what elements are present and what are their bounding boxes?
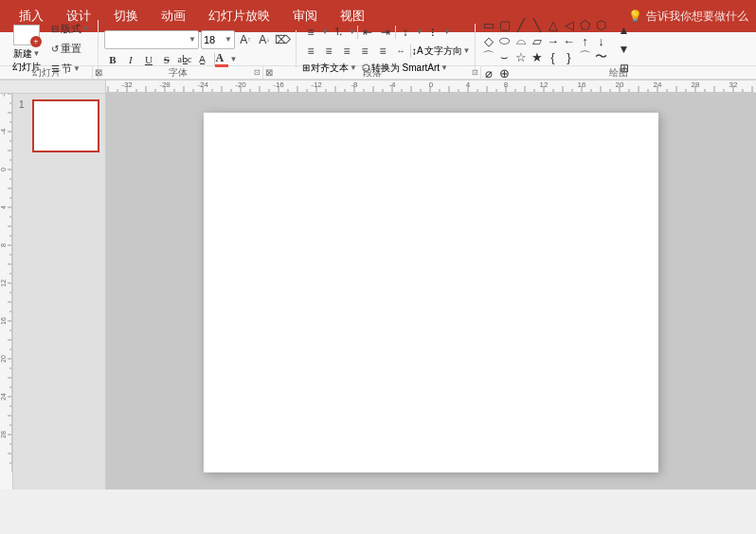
shape-callout1[interactable]: ⌒: [481, 49, 496, 64]
shape-star2[interactable]: ★: [530, 49, 545, 64]
menu-slideshow[interactable]: 幻灯片放映: [197, 0, 281, 32]
main-content: 1: [0, 94, 756, 490]
align-divider: [410, 44, 411, 58]
font-color-arrow: ▼: [229, 55, 237, 63]
shape-ellipse[interactable]: ⬭: [497, 33, 513, 48]
align-left-button[interactable]: ≡: [302, 43, 319, 60]
shape-triangle[interactable]: △: [546, 17, 561, 32]
slide-canvas[interactable]: [204, 113, 658, 472]
font-dialog-icon[interactable]: ⊡: [254, 68, 261, 77]
font-decrease-button[interactable]: A↓: [256, 31, 273, 48]
shape-brace2[interactable]: }: [562, 49, 577, 64]
new-slide-icon: +: [13, 25, 40, 45]
font-color-icon: A: [215, 52, 228, 67]
para-label-row: ⊠ 段落 ⊡: [263, 66, 481, 80]
shape-arrow-l[interactable]: ←: [562, 33, 577, 48]
font-name-combo[interactable]: ▼: [104, 30, 199, 49]
align-buttons-row: ≡ ≡ ≡ ≡ ≡ ↔ ↨A 文字方向 ▼: [302, 43, 471, 60]
ruler-corner: [0, 80, 106, 94]
shape-callout2[interactable]: ⌣: [497, 49, 513, 64]
indent-divider: [395, 26, 396, 39]
shape-rtriangle[interactable]: ◁: [562, 17, 577, 32]
shape-brace1[interactable]: {: [546, 49, 561, 64]
shape-arc[interactable]: ⌒: [578, 49, 593, 64]
reset-icon: ↺: [51, 44, 59, 54]
shape-rounded-rect[interactable]: ▢: [497, 17, 513, 32]
new-slide-label: 新建 ▼: [13, 47, 41, 61]
vertical-ruler: [0, 94, 13, 490]
numbered-arrow: ▼: [349, 27, 356, 36]
shape-wave[interactable]: 〜: [594, 49, 609, 64]
line-spacing-button[interactable]: ↕: [397, 24, 414, 41]
font-combos-row: ▼ 18 ▼ A↑ A↓ ⌦: [104, 30, 292, 49]
font-label-row: ⊠ 字体 ⊡: [93, 66, 263, 80]
spacing-arrow: ▼: [416, 27, 423, 36]
bullet-arrow: ▼: [321, 27, 329, 36]
shapes-scroll-down[interactable]: ▼: [616, 41, 633, 58]
canvas-area[interactable]: [106, 94, 756, 490]
align-center-button[interactable]: ≡: [320, 43, 337, 60]
slide-panel: 1: [13, 94, 106, 490]
drawing-label: 绘图: [481, 66, 756, 80]
font-name-arrow: ▼: [189, 35, 196, 44]
layout-arrow: ▼: [82, 25, 90, 33]
shape-arrow-u[interactable]: ↑: [578, 33, 593, 48]
font-size-value: 18: [204, 34, 224, 45]
clear-format-button[interactable]: ⌦: [275, 31, 292, 48]
list-divider: [357, 26, 358, 39]
font-expand-icon[interactable]: ⊠: [95, 67, 102, 78]
text-direction-button[interactable]: ↨A 文字方向 ▼: [412, 44, 471, 58]
ruler-container: [0, 80, 756, 94]
menu-transitions[interactable]: 切换: [102, 0, 150, 32]
font-size-combo[interactable]: 18 ▼: [201, 30, 235, 49]
layout-button[interactable]: ⊟ 版式 ▼: [47, 20, 94, 39]
shape-line1[interactable]: ╱: [513, 17, 529, 32]
increase-indent-button[interactable]: ⇥: [377, 24, 394, 41]
para-expand-icon[interactable]: ⊠: [265, 67, 273, 78]
slide-number: 1: [19, 99, 28, 110]
font-section-row1: ▼ 18 ▼ A↑ A↓ ⌦ B I U S ab̲c A̲: [100, 30, 297, 68]
decrease-indent-button[interactable]: ⇤: [359, 24, 376, 41]
justify-button[interactable]: ≡: [356, 43, 373, 60]
shape-parallelogram[interactable]: ▱: [530, 33, 545, 48]
ribbon-row1: + 新建 ▼ 幻灯片 ⊟ 版式 ▼ ↺ 重置: [0, 32, 756, 66]
bullet-list-button[interactable]: ≡: [302, 24, 319, 41]
shape-arrow-r[interactable]: →: [546, 33, 561, 48]
layout-icon: ⊟: [51, 24, 59, 34]
numbered-list-button[interactable]: ⒈: [330, 24, 347, 41]
menu-animations[interactable]: 动画: [150, 0, 197, 32]
align-right-button[interactable]: ≡: [338, 43, 355, 60]
list-buttons-row: ≡ ▼ ⒈ ▼ ⇤ ⇥ ↕ ▼ ⫶ ▼: [302, 24, 471, 41]
font-size-arrow: ▼: [225, 35, 232, 44]
ribbon: + 新建 ▼ 幻灯片 ⊟ 版式 ▼ ↺ 重置: [0, 32, 756, 80]
slides-label: 幻灯片: [0, 66, 93, 80]
columns-arrow: ▼: [443, 27, 451, 36]
shape-trapezoid[interactable]: ⌓: [513, 33, 529, 48]
reset-button[interactable]: ↺ 重置: [47, 40, 94, 59]
shapes-scroll-up[interactable]: ▲: [616, 22, 633, 39]
columns-button[interactable]: ⫶: [424, 24, 441, 41]
text-direction-arrow: ▼: [463, 46, 471, 55]
font-increase-button[interactable]: A↑: [237, 31, 254, 48]
text-direction-icon: ↨A: [412, 45, 423, 56]
search-label: 告诉我你想要做什么: [646, 9, 748, 25]
shape-hexagon[interactable]: ⬡: [594, 17, 609, 32]
slide-thumbnail-1[interactable]: [32, 99, 99, 152]
shape-pentagon[interactable]: ⬠: [578, 17, 593, 32]
shape-star1[interactable]: ☆: [513, 49, 529, 64]
shape-line2[interactable]: ╲: [530, 17, 545, 32]
shape-arrow-d[interactable]: ↓: [594, 33, 609, 48]
para-dialog-icon[interactable]: ⊡: [472, 68, 478, 77]
shape-diamond[interactable]: ◇: [481, 33, 496, 48]
slide-item-1[interactable]: 1: [19, 99, 99, 152]
text-direction-btn2[interactable]: ↔: [392, 43, 409, 60]
align-justify2-button[interactable]: ≡: [374, 43, 391, 60]
horizontal-ruler: [106, 80, 756, 94]
shape-rect[interactable]: ▭: [481, 17, 496, 32]
search-bar[interactable]: 💡 告诉我你想要做什么: [624, 9, 748, 25]
ribbon-section-labels: 幻灯片 ⊠ 字体 ⊡ ⊠ 段落 ⊡ 绘图: [0, 66, 756, 80]
